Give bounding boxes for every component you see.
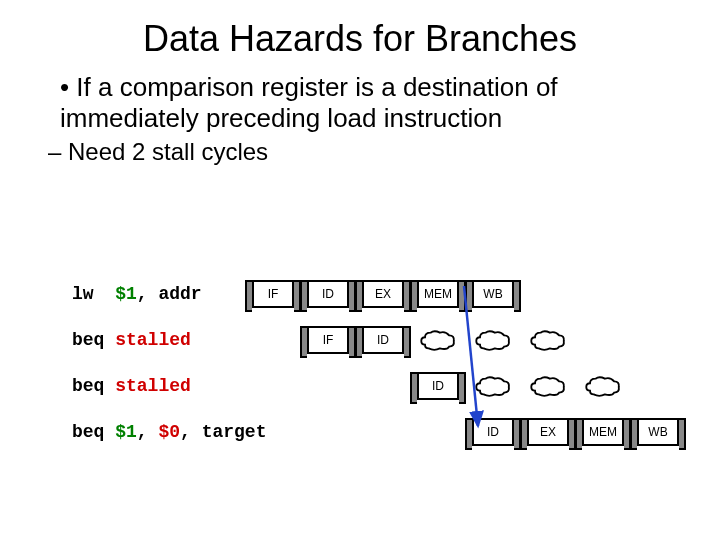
- bullet-item-2: Need 2 stall cycles: [48, 138, 720, 166]
- bullet-list-2: Need 2 stall cycles: [48, 138, 720, 166]
- bubble-icon: [529, 328, 567, 354]
- instr-0-reg: $1: [115, 284, 137, 304]
- bubble-icon: [419, 328, 457, 354]
- pipeline-row-2: beq stalled ID: [72, 372, 692, 406]
- stage-MEM: MEM: [582, 418, 624, 446]
- stage-EX: EX: [362, 280, 404, 308]
- bullet-list-1: If a comparison register is a destinatio…: [60, 72, 660, 134]
- stage-ID: ID: [362, 326, 404, 354]
- bullet-item-1: If a comparison register is a destinatio…: [60, 72, 660, 134]
- bubble-icon: [584, 374, 622, 400]
- instr-2-note: stalled: [115, 376, 191, 396]
- slide-title: Data Hazards for Branches: [0, 18, 720, 60]
- bubble-icon: [529, 374, 567, 400]
- pipeline-row-1: beq stalled IF ID: [72, 326, 692, 360]
- instr-3: beq $1, $0, target: [72, 422, 266, 442]
- pipeline-row-0: lw $1, addr IF ID EX MEM WB: [72, 280, 692, 314]
- instr-0: lw $1, addr: [72, 284, 202, 304]
- instr-1-op: beq: [72, 330, 104, 350]
- forwarding-arrow-icon: [462, 280, 492, 444]
- stage-WB: WB: [637, 418, 679, 446]
- instr-3-op: beq: [72, 422, 104, 442]
- instr-3-reg1: $1: [115, 422, 137, 442]
- instr-1: beq stalled: [72, 330, 191, 350]
- instr-2: beq stalled: [72, 376, 191, 396]
- stage-IF: IF: [252, 280, 294, 308]
- pipeline-diagram: lw $1, addr IF ID EX MEM WB beq stalled …: [72, 280, 692, 464]
- instr-0-rest: , addr: [137, 284, 202, 304]
- stage-MEM: MEM: [417, 280, 459, 308]
- instr-1-note: stalled: [115, 330, 191, 350]
- stage-ID: ID: [307, 280, 349, 308]
- svg-line-0: [464, 286, 478, 426]
- stage-ID: ID: [417, 372, 459, 400]
- stage-IF: IF: [307, 326, 349, 354]
- instr-0-op: lw: [72, 284, 94, 304]
- instr-3-reg2: $0: [158, 422, 180, 442]
- instr-2-op: beq: [72, 376, 104, 396]
- pipeline-row-3: beq $1, $0, target ID EX MEM WB: [72, 418, 692, 452]
- stage-EX: EX: [527, 418, 569, 446]
